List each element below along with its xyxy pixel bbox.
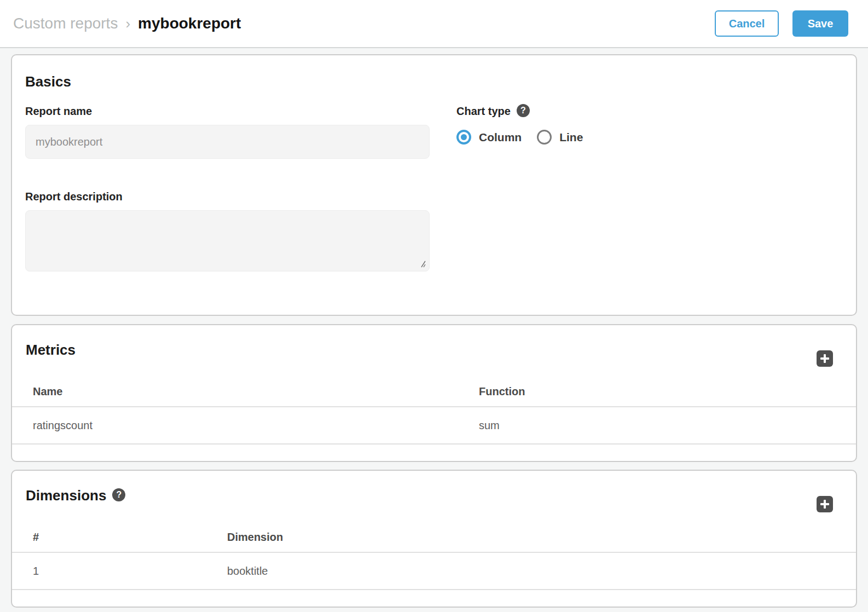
- chart-type-label: Chart type: [456, 105, 511, 118]
- metric-function-cell: sum: [479, 419, 500, 432]
- metric-name-cell: ratingscount: [33, 419, 479, 432]
- dimensions-table: # Dimension 1 booktitle: [12, 522, 856, 607]
- metrics-table-footer: [12, 444, 856, 461]
- breadcrumb: Custom reports › mybookreport: [13, 15, 241, 32]
- chart-type-radio-group: Column Line: [456, 130, 843, 145]
- dimensions-section-title: Dimensions: [26, 487, 106, 504]
- chart-type-option-column[interactable]: Column: [456, 130, 522, 145]
- chart-type-option-line-label: Line: [559, 131, 583, 144]
- chevron-right-icon: ›: [125, 15, 130, 32]
- metrics-table: Name Function ratingscount sum: [12, 377, 856, 461]
- dimension-index-cell: 1: [33, 565, 227, 578]
- save-button[interactable]: Save: [792, 10, 848, 37]
- dimensions-column-header-index: #: [33, 531, 227, 544]
- chart-type-help-icon[interactable]: ?: [517, 104, 530, 117]
- metrics-table-header: Name Function: [12, 377, 856, 407]
- basics-grid: Report name Report description Chart typ…: [25, 105, 843, 272]
- radio-selected-icon: [456, 130, 471, 145]
- dimensions-table-footer: [12, 590, 856, 607]
- cancel-button[interactable]: Cancel: [715, 10, 779, 37]
- radio-unselected-icon: [537, 130, 552, 145]
- chart-type-label-row: Chart type ?: [456, 105, 843, 118]
- basics-card: Basics Report name Report description: [11, 54, 857, 316]
- dimension-name-cell: booktitle: [227, 565, 268, 578]
- resize-handle-icon[interactable]: [419, 261, 426, 268]
- radio-dot: [461, 134, 467, 140]
- metrics-column-header-name: Name: [33, 385, 479, 398]
- plus-icon: [817, 350, 833, 367]
- dimensions-title-row: Dimensions ?: [12, 487, 856, 504]
- plus-icon: [817, 496, 833, 512]
- basics-left-column: Report name Report description: [25, 105, 430, 272]
- dimensions-table-row[interactable]: 1 booktitle: [12, 553, 856, 590]
- basics-section-title: Basics: [25, 73, 843, 90]
- page-title: mybookreport: [138, 15, 241, 32]
- dimensions-card: Dimensions ? # Dimension 1 booktitle: [11, 470, 857, 608]
- topbar-actions: Cancel Save: [715, 10, 848, 37]
- dimensions-table-header: # Dimension: [12, 522, 856, 553]
- chart-type-option-column-label: Column: [479, 131, 522, 144]
- report-description-wrap: [25, 210, 430, 272]
- report-description-textarea[interactable]: [25, 210, 430, 272]
- report-description-label: Report description: [25, 190, 430, 203]
- metrics-column-header-function: Function: [479, 385, 525, 398]
- report-name-label: Report name: [25, 105, 430, 118]
- metrics-title-row: Metrics: [12, 342, 856, 358]
- report-name-input[interactable]: [25, 125, 430, 159]
- add-metric-button[interactable]: [817, 350, 833, 367]
- add-dimension-button[interactable]: [817, 496, 833, 512]
- chart-type-column: Chart type ? Column Line: [456, 105, 843, 272]
- dimensions-help-icon[interactable]: ?: [112, 488, 125, 501]
- chart-type-option-line[interactable]: Line: [537, 130, 583, 145]
- breadcrumb-parent-link[interactable]: Custom reports: [13, 15, 118, 32]
- top-bar: Custom reports › mybookreport Cancel Sav…: [0, 0, 868, 48]
- metrics-table-row[interactable]: ratingscount sum: [12, 407, 856, 444]
- metrics-card: Metrics Name Function ratingscount sum: [11, 324, 857, 462]
- main-content: Basics Report name Report description: [0, 48, 868, 608]
- metrics-section-title: Metrics: [26, 342, 76, 358]
- dimensions-column-header-dimension: Dimension: [227, 531, 283, 544]
